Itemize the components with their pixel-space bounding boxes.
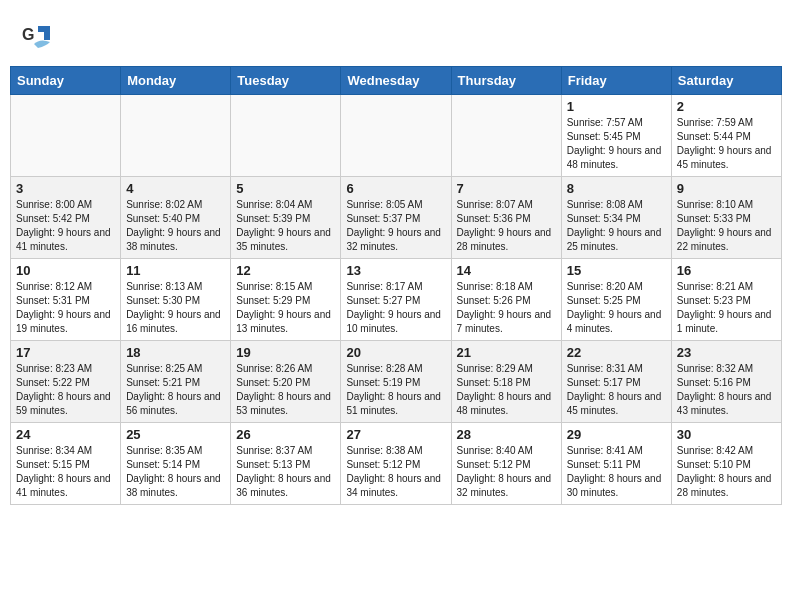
day-number: 30: [677, 427, 776, 442]
day-info: Sunrise: 8:32 AM Sunset: 5:16 PM Dayligh…: [677, 362, 776, 418]
calendar-day-cell: 28Sunrise: 8:40 AM Sunset: 5:12 PM Dayli…: [451, 423, 561, 505]
day-number: 12: [236, 263, 335, 278]
calendar-table: SundayMondayTuesdayWednesdayThursdayFrid…: [10, 66, 782, 505]
day-info: Sunrise: 8:29 AM Sunset: 5:18 PM Dayligh…: [457, 362, 556, 418]
calendar-day-cell: 13Sunrise: 8:17 AM Sunset: 5:27 PM Dayli…: [341, 259, 451, 341]
day-info: Sunrise: 8:17 AM Sunset: 5:27 PM Dayligh…: [346, 280, 445, 336]
day-number: 5: [236, 181, 335, 196]
weekday-header-monday: Monday: [121, 67, 231, 95]
calendar-day-cell: 27Sunrise: 8:38 AM Sunset: 5:12 PM Dayli…: [341, 423, 451, 505]
day-info: Sunrise: 8:21 AM Sunset: 5:23 PM Dayligh…: [677, 280, 776, 336]
day-info: Sunrise: 8:10 AM Sunset: 5:33 PM Dayligh…: [677, 198, 776, 254]
calendar-week-row: 17Sunrise: 8:23 AM Sunset: 5:22 PM Dayli…: [11, 341, 782, 423]
day-info: Sunrise: 8:25 AM Sunset: 5:21 PM Dayligh…: [126, 362, 225, 418]
calendar-day-cell: 14Sunrise: 8:18 AM Sunset: 5:26 PM Dayli…: [451, 259, 561, 341]
calendar-day-cell: 19Sunrise: 8:26 AM Sunset: 5:20 PM Dayli…: [231, 341, 341, 423]
calendar-day-cell: 21Sunrise: 8:29 AM Sunset: 5:18 PM Dayli…: [451, 341, 561, 423]
day-number: 13: [346, 263, 445, 278]
day-info: Sunrise: 8:08 AM Sunset: 5:34 PM Dayligh…: [567, 198, 666, 254]
calendar-day-cell: 3Sunrise: 8:00 AM Sunset: 5:42 PM Daylig…: [11, 177, 121, 259]
day-number: 14: [457, 263, 556, 278]
calendar-day-cell: 7Sunrise: 8:07 AM Sunset: 5:36 PM Daylig…: [451, 177, 561, 259]
calendar-day-cell: 15Sunrise: 8:20 AM Sunset: 5:25 PM Dayli…: [561, 259, 671, 341]
calendar-day-cell: 11Sunrise: 8:13 AM Sunset: 5:30 PM Dayli…: [121, 259, 231, 341]
day-info: Sunrise: 8:40 AM Sunset: 5:12 PM Dayligh…: [457, 444, 556, 500]
day-info: Sunrise: 8:41 AM Sunset: 5:11 PM Dayligh…: [567, 444, 666, 500]
day-number: 19: [236, 345, 335, 360]
calendar-day-cell: 16Sunrise: 8:21 AM Sunset: 5:23 PM Dayli…: [671, 259, 781, 341]
day-number: 7: [457, 181, 556, 196]
day-number: 15: [567, 263, 666, 278]
day-number: 27: [346, 427, 445, 442]
day-info: Sunrise: 8:13 AM Sunset: 5:30 PM Dayligh…: [126, 280, 225, 336]
calendar-week-row: 3Sunrise: 8:00 AM Sunset: 5:42 PM Daylig…: [11, 177, 782, 259]
calendar-day-cell: 23Sunrise: 8:32 AM Sunset: 5:16 PM Dayli…: [671, 341, 781, 423]
day-number: 10: [16, 263, 115, 278]
day-info: Sunrise: 8:26 AM Sunset: 5:20 PM Dayligh…: [236, 362, 335, 418]
day-info: Sunrise: 8:00 AM Sunset: 5:42 PM Dayligh…: [16, 198, 115, 254]
day-info: Sunrise: 7:57 AM Sunset: 5:45 PM Dayligh…: [567, 116, 666, 172]
calendar-day-cell: 20Sunrise: 8:28 AM Sunset: 5:19 PM Dayli…: [341, 341, 451, 423]
weekday-header-sunday: Sunday: [11, 67, 121, 95]
calendar-day-cell: 5Sunrise: 8:04 AM Sunset: 5:39 PM Daylig…: [231, 177, 341, 259]
weekday-header-friday: Friday: [561, 67, 671, 95]
day-number: 20: [346, 345, 445, 360]
day-number: 3: [16, 181, 115, 196]
calendar-day-cell: [121, 95, 231, 177]
day-info: Sunrise: 8:38 AM Sunset: 5:12 PM Dayligh…: [346, 444, 445, 500]
calendar-day-cell: 6Sunrise: 8:05 AM Sunset: 5:37 PM Daylig…: [341, 177, 451, 259]
weekday-header-wednesday: Wednesday: [341, 67, 451, 95]
svg-text:G: G: [22, 26, 34, 43]
day-number: 4: [126, 181, 225, 196]
day-info: Sunrise: 8:23 AM Sunset: 5:22 PM Dayligh…: [16, 362, 115, 418]
day-info: Sunrise: 8:34 AM Sunset: 5:15 PM Dayligh…: [16, 444, 115, 500]
day-number: 22: [567, 345, 666, 360]
day-number: 24: [16, 427, 115, 442]
calendar-week-row: 1Sunrise: 7:57 AM Sunset: 5:45 PM Daylig…: [11, 95, 782, 177]
calendar-day-cell: [451, 95, 561, 177]
day-info: Sunrise: 8:12 AM Sunset: 5:31 PM Dayligh…: [16, 280, 115, 336]
day-info: Sunrise: 8:05 AM Sunset: 5:37 PM Dayligh…: [346, 198, 445, 254]
calendar-week-row: 24Sunrise: 8:34 AM Sunset: 5:15 PM Dayli…: [11, 423, 782, 505]
day-info: Sunrise: 8:20 AM Sunset: 5:25 PM Dayligh…: [567, 280, 666, 336]
weekday-header-row: SundayMondayTuesdayWednesdayThursdayFrid…: [11, 67, 782, 95]
day-number: 11: [126, 263, 225, 278]
calendar-day-cell: 12Sunrise: 8:15 AM Sunset: 5:29 PM Dayli…: [231, 259, 341, 341]
calendar-wrapper: SundayMondayTuesdayWednesdayThursdayFrid…: [0, 66, 792, 515]
calendar-day-cell: 29Sunrise: 8:41 AM Sunset: 5:11 PM Dayli…: [561, 423, 671, 505]
day-number: 21: [457, 345, 556, 360]
day-info: Sunrise: 8:31 AM Sunset: 5:17 PM Dayligh…: [567, 362, 666, 418]
day-info: Sunrise: 8:42 AM Sunset: 5:10 PM Dayligh…: [677, 444, 776, 500]
calendar-day-cell: 26Sunrise: 8:37 AM Sunset: 5:13 PM Dayli…: [231, 423, 341, 505]
logo-icon: G: [20, 18, 58, 56]
day-info: Sunrise: 8:28 AM Sunset: 5:19 PM Dayligh…: [346, 362, 445, 418]
day-number: 6: [346, 181, 445, 196]
day-number: 18: [126, 345, 225, 360]
calendar-day-cell: 8Sunrise: 8:08 AM Sunset: 5:34 PM Daylig…: [561, 177, 671, 259]
calendar-day-cell: 22Sunrise: 8:31 AM Sunset: 5:17 PM Dayli…: [561, 341, 671, 423]
calendar-day-cell: 1Sunrise: 7:57 AM Sunset: 5:45 PM Daylig…: [561, 95, 671, 177]
weekday-header-tuesday: Tuesday: [231, 67, 341, 95]
day-info: Sunrise: 8:37 AM Sunset: 5:13 PM Dayligh…: [236, 444, 335, 500]
calendar-day-cell: 24Sunrise: 8:34 AM Sunset: 5:15 PM Dayli…: [11, 423, 121, 505]
day-number: 17: [16, 345, 115, 360]
calendar-day-cell: 9Sunrise: 8:10 AM Sunset: 5:33 PM Daylig…: [671, 177, 781, 259]
calendar-day-cell: 10Sunrise: 8:12 AM Sunset: 5:31 PM Dayli…: [11, 259, 121, 341]
logo: G: [20, 18, 62, 56]
day-info: Sunrise: 8:15 AM Sunset: 5:29 PM Dayligh…: [236, 280, 335, 336]
day-number: 2: [677, 99, 776, 114]
day-info: Sunrise: 7:59 AM Sunset: 5:44 PM Dayligh…: [677, 116, 776, 172]
calendar-day-cell: 17Sunrise: 8:23 AM Sunset: 5:22 PM Dayli…: [11, 341, 121, 423]
calendar-day-cell: 2Sunrise: 7:59 AM Sunset: 5:44 PM Daylig…: [671, 95, 781, 177]
day-number: 16: [677, 263, 776, 278]
calendar-day-cell: [231, 95, 341, 177]
day-info: Sunrise: 8:04 AM Sunset: 5:39 PM Dayligh…: [236, 198, 335, 254]
day-number: 23: [677, 345, 776, 360]
calendar-day-cell: [341, 95, 451, 177]
weekday-header-thursday: Thursday: [451, 67, 561, 95]
day-number: 8: [567, 181, 666, 196]
day-info: Sunrise: 8:02 AM Sunset: 5:40 PM Dayligh…: [126, 198, 225, 254]
calendar-day-cell: 18Sunrise: 8:25 AM Sunset: 5:21 PM Dayli…: [121, 341, 231, 423]
day-info: Sunrise: 8:35 AM Sunset: 5:14 PM Dayligh…: [126, 444, 225, 500]
day-number: 28: [457, 427, 556, 442]
